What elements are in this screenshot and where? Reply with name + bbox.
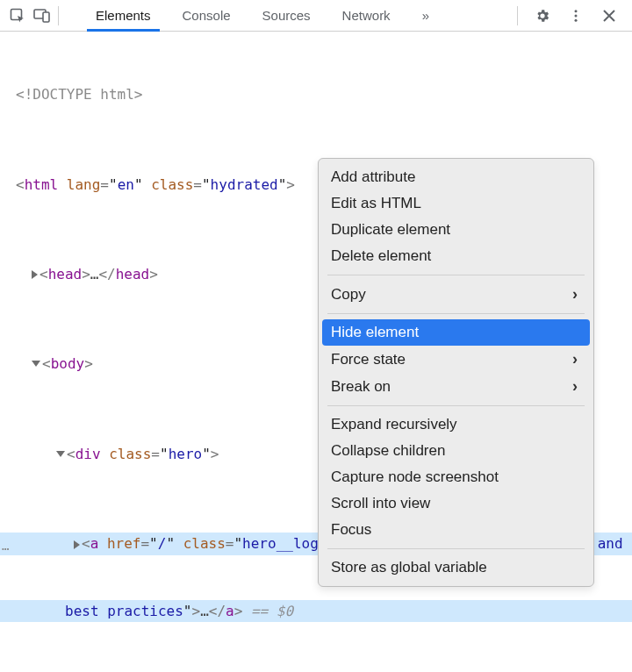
menu-item-capture-node-screenshot[interactable]: Capture node screenshot [319, 464, 593, 490]
menu-separator [327, 548, 585, 549]
collapse-icon[interactable] [32, 361, 40, 367]
gutter-ellipsis-icon: … [2, 536, 10, 555]
menu-separator [327, 313, 585, 314]
menu-item-break-on[interactable]: Break on› [319, 373, 593, 400]
menu-item-label: Focus [331, 521, 371, 539]
menu-item-duplicate-element[interactable]: Duplicate element [319, 217, 593, 243]
menu-item-label: Add attribute [331, 168, 415, 186]
tab-elements[interactable]: Elements [80, 0, 167, 31]
close-icon[interactable] [597, 4, 621, 28]
menu-item-delete-element[interactable]: Delete element [319, 243, 593, 269]
svg-point-5 [575, 18, 578, 21]
menu-item-label: Duplicate element [331, 221, 450, 239]
divider [517, 6, 518, 25]
device-toggle-icon[interactable] [30, 4, 54, 28]
kebab-icon[interactable] [564, 4, 588, 28]
menu-item-label: Hide element [331, 324, 419, 341]
menu-item-label: Collapse children [331, 442, 445, 460]
menu-item-add-attribute[interactable]: Add attribute [319, 164, 593, 190]
expand-icon[interactable] [74, 540, 80, 549]
tab-network[interactable]: Network [327, 0, 406, 31]
menu-item-expand-recursively[interactable]: Expand recursively [319, 411, 593, 438]
menu-item-focus[interactable]: Focus [319, 517, 593, 543]
svg-point-4 [575, 14, 578, 17]
menu-item-store-as-global-variable[interactable]: Store as global variable [319, 554, 593, 581]
chevron-right-icon: › [572, 285, 578, 304]
gear-icon[interactable] [530, 4, 555, 28]
menu-separator [327, 405, 585, 406]
divider [58, 6, 59, 25]
menu-item-edit-as-html[interactable]: Edit as HTML [319, 190, 593, 217]
context-menu[interactable]: Add attributeEdit as HTMLDuplicate eleme… [318, 158, 594, 587]
collapse-icon[interactable] [56, 451, 65, 457]
menu-item-label: Scroll into view [331, 495, 430, 512]
dom-a-hero-logo-line2[interactable]: best practices">…</a> == $0 [0, 600, 632, 623]
chevron-right-icon: › [572, 377, 578, 396]
menu-item-label: Break on [331, 378, 391, 396]
dom-doctype[interactable]: <!DOCTYPE html> [0, 83, 632, 106]
tabs-overflow[interactable]: » [406, 0, 445, 31]
panel-tabs: Elements Console Sources Network » [80, 0, 445, 31]
menu-item-label: Capture node screenshot [331, 468, 499, 486]
menu-item-label: Delete element [331, 247, 431, 265]
menu-item-collapse-children[interactable]: Collapse children [319, 438, 593, 464]
chevron-right-icon: › [572, 350, 578, 368]
menu-item-force-state[interactable]: Force state› [319, 346, 593, 373]
menu-separator [327, 275, 585, 275]
menu-item-label: Copy [331, 286, 366, 304]
menu-item-hide-element[interactable]: Hide element [322, 319, 590, 346]
expand-icon[interactable] [32, 270, 38, 279]
menu-item-label: Force state [331, 351, 406, 368]
devtools-toolbar: Elements Console Sources Network » [0, 0, 632, 32]
svg-rect-2 [43, 12, 49, 22]
menu-item-label: Edit as HTML [331, 195, 421, 212]
menu-item-scroll-into-view[interactable]: Scroll into view [319, 490, 593, 517]
svg-point-3 [575, 10, 578, 12]
menu-item-label: Store as global variable [331, 559, 487, 576]
inspect-icon[interactable] [5, 4, 30, 28]
tab-sources[interactable]: Sources [247, 0, 327, 31]
menu-item-label: Expand recursively [331, 416, 457, 433]
tab-console[interactable]: Console [167, 0, 247, 31]
menu-item-copy[interactable]: Copy› [319, 281, 593, 308]
